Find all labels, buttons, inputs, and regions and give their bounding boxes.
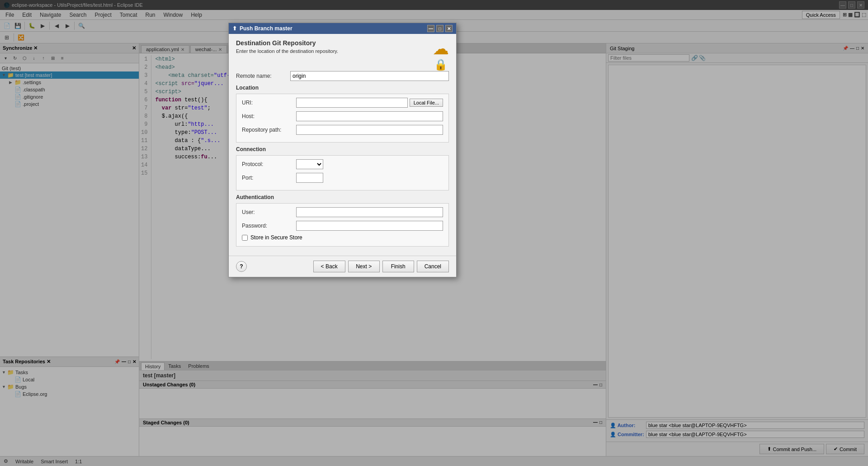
dialog-max-button[interactable]: □ (436, 25, 443, 32)
finish-button[interactable]: Finish (382, 261, 414, 272)
port-row: Port: (242, 173, 443, 183)
auth-header: Authentication (236, 194, 449, 200)
upload-cloud-icon: ☁ (433, 39, 449, 58)
repo-path-label: Repository path: (242, 127, 296, 133)
dialog-content: Destination Git Repository Enter the loc… (229, 34, 456, 256)
dialog-icon-area: ☁ 🔒 (433, 39, 449, 71)
port-input[interactable] (296, 173, 323, 183)
protocol-select[interactable]: ssh https http git (296, 159, 323, 169)
dialog-min-button[interactable]: — (427, 25, 434, 32)
back-button[interactable]: < Back (313, 261, 345, 272)
dialog-subtitle: Enter the location of the destination re… (236, 48, 338, 54)
uri-label: URI: (242, 100, 296, 106)
uri-input[interactable] (296, 98, 408, 108)
repo-path-input[interactable] (296, 125, 443, 135)
protocol-label: Protocol: (242, 161, 296, 167)
auth-group: User: Password: Store in Secure Store (236, 203, 449, 247)
uri-input-row: Local File... (296, 98, 443, 108)
store-secure-checkbox[interactable] (242, 235, 248, 241)
dialog-titlebar: ⬆ Push Branch master — □ ✕ (229, 23, 456, 34)
password-row: Password: (242, 221, 443, 231)
dialog-titlebar-controls: — □ ✕ (427, 25, 453, 32)
host-row: Host: (242, 111, 443, 121)
uri-row: URI: Local File... (242, 98, 443, 108)
dialog-title-text: Push Branch master (240, 25, 292, 32)
push-branch-dialog: ⬆ Push Branch master — □ ✕ Destination G… (228, 23, 457, 277)
user-row: User: (242, 207, 443, 217)
remote-name-row: Remote name: (236, 71, 449, 81)
next-button[interactable]: Next > (348, 261, 380, 272)
store-secure-row: Store in Secure Store (242, 234, 443, 241)
dialog-buttons: ? < Back Next > Finish Cancel (229, 256, 456, 277)
location-group: URI: Local File... Host: Repository path… (236, 94, 449, 143)
dialog-title-left: ⬆ Push Branch master (232, 25, 292, 32)
connection-header: Connection (236, 146, 449, 152)
lock-icon: 🔒 (433, 58, 449, 71)
port-label: Port: (242, 175, 296, 181)
location-header: Location (236, 85, 449, 91)
repo-path-row: Repository path: (242, 125, 443, 135)
help-button[interactable]: ? (236, 261, 247, 272)
remote-name-input[interactable] (290, 71, 449, 81)
user-label: User: (242, 209, 296, 215)
password-label: Password: (242, 223, 296, 229)
host-label: Host: (242, 113, 296, 119)
local-file-button[interactable]: Local File... (410, 99, 443, 107)
user-input[interactable] (296, 207, 443, 217)
cancel-button[interactable]: Cancel (417, 261, 449, 272)
dialog-title-section: Destination Git Repository Enter the loc… (236, 39, 449, 71)
dialog-push-icon: ⬆ (232, 25, 237, 32)
dialog-heading: Destination Git Repository (236, 39, 338, 47)
host-input[interactable] (296, 111, 443, 121)
password-input[interactable] (296, 221, 443, 231)
remote-name-label: Remote name: (236, 73, 290, 79)
protocol-row: Protocol: ssh https http git (242, 159, 443, 169)
connection-group: Protocol: ssh https http git Port: (236, 155, 449, 190)
dialog-close-button[interactable]: ✕ (445, 25, 453, 32)
dialog-heading-area: Destination Git Repository Enter the loc… (236, 39, 338, 59)
modal-overlay: ⬆ Push Branch master — □ ✕ Destination G… (0, 0, 868, 466)
store-secure-label: Store in Secure Store (250, 234, 302, 241)
